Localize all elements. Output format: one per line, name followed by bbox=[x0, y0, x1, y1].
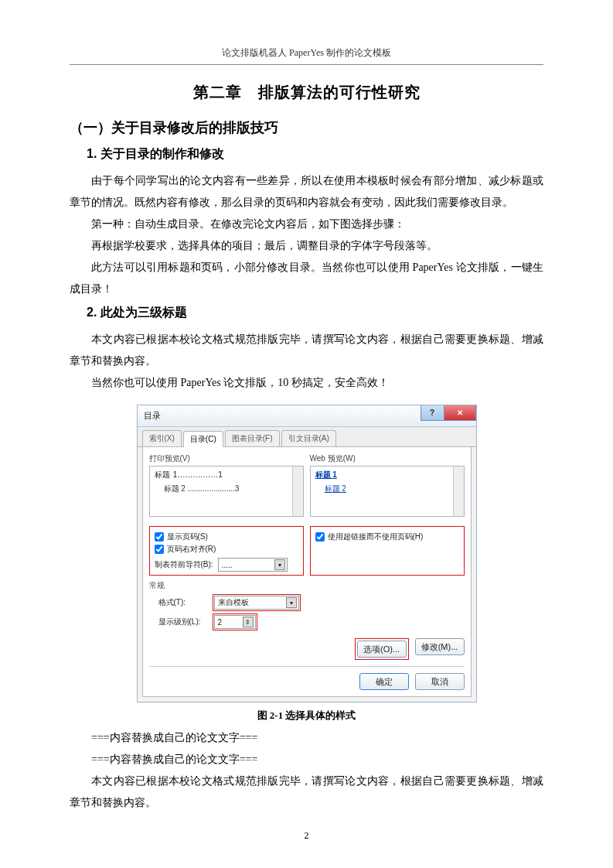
checkbox-label: 使用超链接而不使用页码(H) bbox=[328, 531, 424, 542]
spinner-value: 2 bbox=[218, 618, 223, 627]
tab-index[interactable]: 索引(X) bbox=[142, 430, 182, 446]
tab-toc[interactable]: 目录(C) bbox=[183, 431, 223, 447]
close-button[interactable]: ✕ bbox=[444, 405, 476, 421]
preview-line: 标题 1................1 bbox=[155, 470, 298, 480]
tab-leader-combo[interactable]: ..... ▾ bbox=[218, 558, 288, 572]
tab-citations[interactable]: 引文目录(A) bbox=[281, 430, 336, 446]
format-label: 格式(T): bbox=[158, 597, 208, 608]
right-options-highlight: 使用超链接而不使用页码(H) bbox=[310, 526, 465, 576]
checkbox-input[interactable] bbox=[155, 532, 164, 542]
web-preview-box[interactable]: 标题 1 标题 2 bbox=[310, 466, 465, 517]
checkbox-label: 显示页码(S) bbox=[167, 531, 208, 542]
figure-caption: 图 2-1 选择具体的样式 bbox=[70, 709, 543, 723]
paragraph: 当然你也可以使用 PaperYes 论文排版，10 秒搞定，安全高效！ bbox=[70, 372, 543, 394]
right-align-checkbox[interactable]: 页码右对齐(R) bbox=[155, 544, 298, 555]
page-number: 2 bbox=[0, 830, 613, 842]
section-heading-1: （一）关于目录修改后的排版技巧 bbox=[70, 118, 543, 137]
combo-value: 来自模板 bbox=[218, 597, 249, 608]
dialog-tabs: 索引(X) 目录(C) 图表目录(F) 引文目录(A) bbox=[138, 427, 476, 447]
options-button-highlight: 选项(O)... bbox=[355, 638, 409, 660]
show-page-checkbox[interactable]: 显示页码(S) bbox=[155, 531, 298, 542]
format-combo[interactable]: 来自模板 ▾ bbox=[214, 596, 299, 610]
preview-line: 标题 2 ......................3 bbox=[164, 484, 298, 494]
web-preview-label: Web 预览(W) bbox=[310, 453, 465, 464]
paragraph: 再根据学校要求，选择具体的项目；最后，调整目录的字体字号段落等。 bbox=[70, 235, 543, 257]
dialog-figure: 目录 ? ✕ 索引(X) 目录(C) 图表目录(F) 引文目录(A) 打印预览(… bbox=[70, 405, 543, 702]
tab-figures[interactable]: 图表目录(F) bbox=[225, 430, 280, 446]
scrollbar[interactable] bbox=[292, 466, 303, 516]
print-preview-label: 打印预览(V) bbox=[149, 453, 304, 464]
checkbox-input[interactable] bbox=[315, 532, 325, 542]
help-button[interactable]: ? bbox=[421, 405, 444, 421]
dialog-panel: 打印预览(V) 标题 1................1 标题 2 .....… bbox=[142, 447, 472, 697]
web-link[interactable]: 标题 2 bbox=[325, 484, 459, 494]
paragraph: 本文内容已根据本校论文格式规范排版完毕，请撰写论文内容，根据自己需要更换标题、增… bbox=[70, 329, 543, 372]
checkbox-label: 页码右对齐(R) bbox=[167, 544, 216, 555]
page-header: 论文排版机器人 PaperYes 制作的论文模板 bbox=[70, 46, 543, 65]
general-label: 常规 bbox=[149, 580, 465, 591]
hyperlink-checkbox[interactable]: 使用超链接而不使用页码(H) bbox=[315, 531, 459, 542]
placeholder-text: ===内容替换成自己的论文文字=== bbox=[70, 749, 543, 771]
paragraph: 此方法可以引用标题和页码，小部分修改目录。当然你也可以使用 PaperYes 论… bbox=[70, 257, 543, 300]
dialog-title: 目录 bbox=[144, 410, 161, 422]
options-button[interactable]: 选项(O)... bbox=[357, 641, 407, 658]
subsection-heading-2: 2. 此处为三级标题 bbox=[87, 305, 543, 321]
checkbox-input[interactable] bbox=[155, 545, 164, 554]
combo-value: ..... bbox=[222, 561, 233, 569]
chevron-down-icon[interactable]: ▾ bbox=[286, 597, 297, 608]
paragraph: 第一种：自动生成目录。在修改完论文内容后，如下图选择步骤： bbox=[70, 214, 543, 235]
placeholder-text: ===内容替换成自己的论文文字=== bbox=[70, 727, 543, 749]
tab-leader-label: 制表符前导符(B): bbox=[155, 559, 213, 570]
left-options-highlight: 显示页码(S) 页码右对齐(R) 制表符前导符(B): ..... ▾ bbox=[149, 526, 304, 576]
modify-button[interactable]: 修改(M)... bbox=[415, 638, 465, 655]
levels-label: 显示级别(L): bbox=[158, 617, 208, 627]
subsection-heading-1: 1. 关于目录的制作和修改 bbox=[87, 146, 543, 162]
toc-dialog: 目录 ? ✕ 索引(X) 目录(C) 图表目录(F) 引文目录(A) 打印预览(… bbox=[137, 405, 477, 702]
cancel-button[interactable]: 取消 bbox=[415, 673, 465, 690]
dialog-titlebar: 目录 ? ✕ bbox=[138, 405, 476, 427]
chapter-title: 第二章 排版算法的可行性研究 bbox=[70, 82, 543, 103]
web-link[interactable]: 标题 1 bbox=[315, 470, 459, 480]
scrollbar[interactable] bbox=[453, 466, 464, 516]
chevron-down-icon[interactable]: ▾ bbox=[274, 559, 285, 570]
paragraph: 由于每个同学写出的论文内容有一些差异，所以在使用本模板时候会有部分增加、减少标题… bbox=[70, 170, 543, 214]
spinner-arrows-icon[interactable]: ⇕ bbox=[243, 617, 254, 627]
levels-spinner[interactable]: 2 ⇕ bbox=[214, 615, 256, 629]
print-preview-box[interactable]: 标题 1................1 标题 2 .............… bbox=[149, 466, 304, 517]
paragraph: 本文内容已根据本校论文格式规范排版完毕，请撰写论文内容，根据自己需要更换标题、增… bbox=[70, 771, 543, 814]
ok-button[interactable]: 确定 bbox=[359, 673, 409, 690]
general-section: 常规 格式(T): 来自模板 ▾ 显示级别(L): 2 bbox=[149, 580, 465, 630]
